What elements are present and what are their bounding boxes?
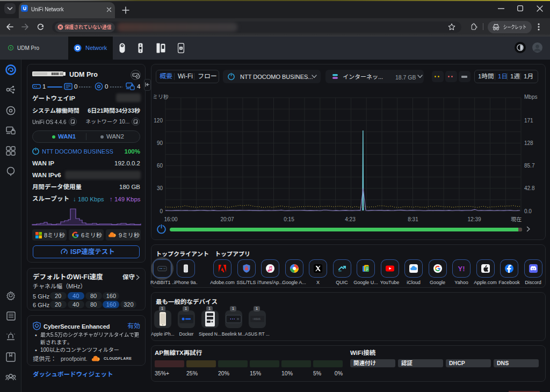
- svg-text:0: 0: [160, 208, 163, 214]
- svg-text:8:31: 8:31: [408, 216, 418, 222]
- svg-text:ミリ秒: ミリ秒: [153, 92, 169, 100]
- svg-text:20:07: 20:07: [220, 216, 234, 222]
- svg-text:12:39: 12:39: [467, 216, 481, 222]
- svg-text:Mbps: Mbps: [524, 94, 537, 100]
- svg-text:171: 171: [524, 118, 533, 124]
- svg-text:60: 60: [157, 163, 163, 169]
- svg-text:現在: 現在: [511, 215, 522, 223]
- svg-text:120: 120: [154, 118, 163, 124]
- svg-text:42.8: 42.8: [524, 185, 535, 191]
- svg-text:85.7: 85.7: [524, 163, 535, 169]
- svg-text:0:15: 0:15: [284, 216, 294, 222]
- svg-text:30: 30: [157, 185, 163, 191]
- svg-text:128: 128: [524, 140, 533, 146]
- svg-text:Y!: Y!: [458, 265, 465, 273]
- svg-text:16:00: 16:00: [164, 216, 177, 222]
- svg-text:ASUS: ASUS: [254, 318, 260, 321]
- svg-text:0.0: 0.0: [524, 208, 532, 214]
- svg-text:4:23: 4:23: [345, 216, 356, 222]
- svg-text:90: 90: [157, 140, 163, 146]
